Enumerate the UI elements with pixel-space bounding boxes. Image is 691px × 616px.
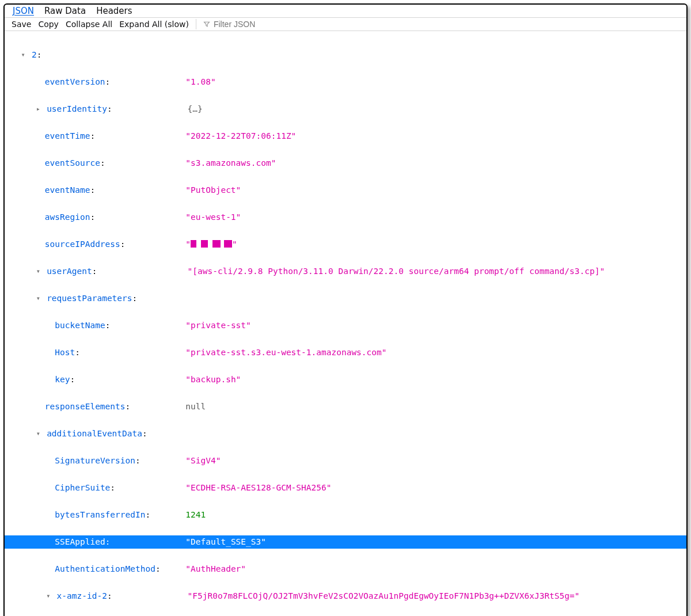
tree-row[interactable]: Host: "private-sst.s3.eu-west-1.amazonaw… (5, 346, 686, 360)
tree-row[interactable]: key: "backup.sh" (5, 373, 686, 387)
tab-json[interactable]: JSON (13, 6, 34, 16)
json-tree[interactable]: ▾ 2: eventVersion: "1.08" ▸ userIdentity… (5, 31, 686, 616)
tree-row[interactable]: awsRegion: "eu-west-1" (5, 211, 686, 225)
twisty-down-icon[interactable]: ▾ (20, 51, 26, 58)
tree-row[interactable]: eventSource: "s3.amazonaws.com" (5, 157, 686, 170)
filter-icon (203, 21, 210, 28)
save-button[interactable]: Save (12, 20, 31, 29)
tree-row[interactable]: CipherSuite: "ECDHE-RSA-AES128-GCM-SHA25… (5, 481, 686, 495)
tree-row[interactable]: eventTime: "2022-12-22T07:06:11Z" (5, 130, 686, 143)
filter-input[interactable] (212, 19, 330, 29)
copy-button[interactable]: Copy (38, 20, 59, 29)
tree-row[interactable]: AuthenticationMethod: "AuthHeader" (5, 562, 686, 576)
tree-row[interactable]: SignatureVersion: "SigV4" (5, 454, 686, 468)
redacted-ip (191, 240, 232, 248)
tree-row[interactable]: eventVersion: "1.08" (5, 75, 686, 89)
twisty-down-icon[interactable]: ▾ (35, 430, 41, 437)
tree-row[interactable]: ▾ additionalEventData: (5, 427, 686, 441)
tree-row[interactable]: responseElements: null (5, 400, 686, 414)
twisty-down-icon[interactable]: ▾ (35, 295, 41, 302)
tree-row[interactable]: ▾ x-amz-id-2: "F5jR0o7m8FLCOjQ/OJ2TmV3hv… (5, 590, 686, 603)
tree-row[interactable]: ▾ requestParameters: (5, 292, 686, 306)
tree-row[interactable]: ▾ userAgent: "[aws-cli/2.9.8 Python/3.11… (5, 265, 686, 279)
tree-row[interactable]: sourceIPAddress: "" (5, 238, 686, 252)
json-viewer-window: JSON Raw Data Headers Save Copy Collapse… (3, 3, 688, 616)
tab-headers[interactable]: Headers (96, 6, 132, 16)
tree-row[interactable]: bucketName: "private-sst" (5, 319, 686, 333)
twisty-down-icon[interactable]: ▾ (45, 592, 52, 599)
twisty-down-icon[interactable]: ▾ (35, 268, 41, 275)
tree-row[interactable]: eventName: "PutObject" (5, 184, 686, 197)
expand-all-button[interactable]: Expand All (slow) (119, 20, 189, 29)
tree-row[interactable]: ▾ 2: (5, 48, 686, 62)
filter-field[interactable] (196, 19, 330, 29)
tab-raw-data[interactable]: Raw Data (44, 6, 86, 16)
collapse-all-button[interactable]: Collapse All (66, 20, 112, 29)
tree-row-selected[interactable]: SSEApplied: "Default_SSE_S3" (5, 535, 686, 549)
viewer-tabs: JSON Raw Data Headers (5, 5, 686, 18)
tree-row[interactable]: bytesTransferredIn: 1241 (5, 508, 686, 522)
viewer-toolbar: Save Copy Collapse All Expand All (slow) (5, 18, 686, 31)
tree-row[interactable]: ▸ userIdentity: {…} (5, 102, 686, 116)
twisty-right-icon[interactable]: ▸ (35, 105, 41, 112)
